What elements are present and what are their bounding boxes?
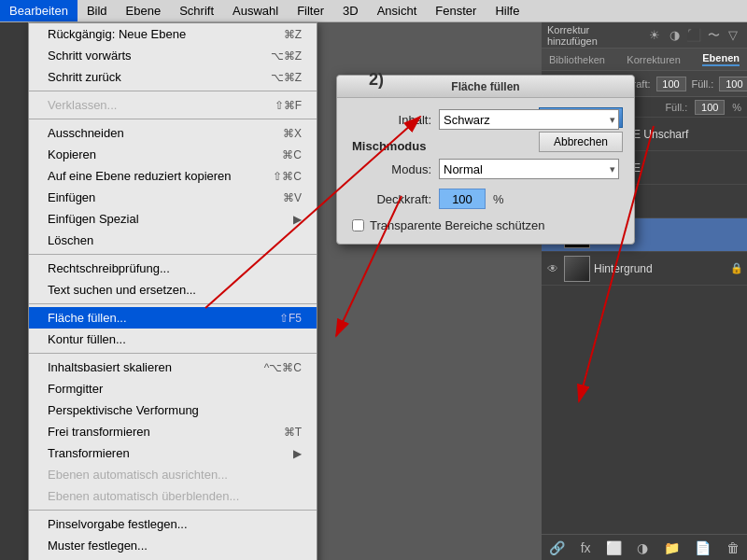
menu-frei-transformieren[interactable]: Frei transformieren ⌘T (29, 421, 317, 442)
checkbox-row: Transparente Bereiche schützen (352, 218, 619, 232)
menu-loeschen[interactable]: Löschen (29, 230, 317, 251)
modus-label: Modus: (352, 162, 431, 176)
new-layer-button[interactable]: 📄 (689, 539, 716, 557)
menu-ebenen-uebblenden: Ebenen automatisch überblenden... (29, 485, 317, 507)
delete-layer-button[interactable]: 🗑 (721, 539, 745, 557)
layer-hintergrund[interactable]: 👁 Hintergrund 🔒 (542, 252, 747, 286)
layers-header: Bibliotheken Korrekturen Ebenen (542, 49, 747, 71)
modus-row: Modus: Normal Auflösen Abdunkeln Multipl… (352, 159, 619, 179)
fill-label: Füll.: (692, 78, 714, 90)
menubar-item-filter[interactable]: Filter (288, 0, 333, 21)
menu-ebene-kopieren[interactable]: Auf eine Ebene reduziert kopieren ⇧⌘C (29, 165, 317, 187)
separator-3 (29, 254, 317, 255)
layer-name-hintergrund: Hintergrund (594, 262, 726, 275)
menubar-item-auswahl[interactable]: Auswahl (223, 0, 288, 21)
add-effect-button[interactable]: fx (575, 539, 597, 557)
fill-input-2[interactable] (695, 100, 725, 115)
menubar-item-schrift[interactable]: Schrift (170, 0, 223, 21)
menu-verklassen: Verklassen... ⇧⌘F (29, 94, 317, 116)
separator-6 (29, 510, 317, 511)
opacity-input[interactable] (656, 77, 686, 91)
menu-eigene-form: Eigene Form festlegen... (29, 556, 317, 560)
korrektur-icons: ☀ ◑ ⬛ 〜 ▽ (646, 27, 741, 44)
new-group-button[interactable]: 📁 (658, 539, 685, 557)
separator-1 (29, 91, 317, 91)
bibliotheken-tab[interactable]: Bibliotheken (549, 54, 611, 65)
dialog-body: OK Abbrechen Inhalt: Schwarz Weiß Farbe.… (337, 98, 634, 244)
korrekturen-tab[interactable]: Korrekturen (627, 54, 685, 65)
menu-ebenen-ausrichten: Ebenen automatisch ausrichten... (29, 464, 317, 485)
menu-perspektivisch[interactable]: Perspektivische Verformung (29, 399, 317, 421)
deckkraft-unit: % (493, 192, 504, 206)
menu-rueckgaengig[interactable]: Rückgängig: Neue Ebene ⌘Z (29, 23, 317, 45)
menu-transformieren[interactable]: Transformieren ▶ (29, 442, 317, 464)
fill-label-2: Füll.: (665, 102, 687, 113)
deckkraft-input[interactable] (439, 189, 486, 209)
lock-icon-hintergrund: 🔒 (730, 262, 743, 274)
abbrechen-button[interactable]: Abbrechen (539, 132, 623, 152)
layers-bottom: 🔗 fx ⬜ ◑ 📁 📄 🗑 (542, 534, 747, 560)
menubar-item-fenster[interactable]: Fenster (426, 0, 486, 21)
inhalt-select[interactable]: Schwarz Weiß Farbe... Hintergrundfarbe V… (439, 109, 619, 130)
curve-icon[interactable]: 〜 (705, 27, 722, 44)
separator-5 (29, 353, 317, 354)
modus-select[interactable]: Normal Auflösen Abdunkeln Multiplizieren (439, 159, 619, 179)
ebenen-tab[interactable]: Ebenen (702, 52, 740, 66)
menu-muster[interactable]: Muster festlegen... (29, 535, 317, 556)
layer-thumb-hintergrund (564, 256, 590, 282)
korrektur-title: Korrektur hinzufügen (547, 24, 642, 47)
menu-kontur-fuellen[interactable]: Kontur füllen... (29, 329, 317, 350)
fill-input[interactable] (719, 77, 747, 91)
menu-formgitter[interactable]: Formgitter (29, 378, 317, 399)
add-link-button[interactable]: 🔗 (543, 539, 571, 557)
contrast-icon[interactable]: ◑ (666, 27, 683, 44)
menubar-item-3d[interactable]: 3D (333, 0, 368, 21)
transparente-checkbox[interactable] (352, 219, 364, 231)
add-mask-button[interactable]: ⬜ (600, 539, 627, 557)
menu-schritt-vorwaerts[interactable]: Schritt vorwärts ⌥⌘Z (29, 45, 317, 66)
inhalt-row: Inhalt: Schwarz Weiß Farbe... Hintergrun… (352, 109, 619, 130)
menubar-item-hilfe[interactable]: Hilfe (486, 0, 529, 21)
separator-4 (29, 303, 317, 304)
deckkraft-label: Deckkraft: (352, 192, 431, 206)
modus-select-wrap: Normal Auflösen Abdunkeln Multiplizieren (439, 159, 619, 179)
eye-icon-hintergrund[interactable]: 👁 (545, 261, 560, 276)
inhalt-label: Inhalt: (352, 113, 431, 127)
menu-kopieren[interactable]: Kopieren ⌘C (29, 144, 317, 165)
inhalt-select-wrap: Schwarz Weiß Farbe... Hintergrundfarbe V… (439, 109, 619, 130)
deckkraft-row: Deckkraft: % (352, 189, 619, 209)
separator-2 (29, 119, 317, 119)
menubar: Bearbeiten Bild Ebene Schrift Auswahl Fi… (0, 0, 747, 22)
mischmodus-title: Mischmodus (352, 139, 426, 153)
menu-schritt-zurueck[interactable]: Schritt zurück ⌥⌘Z (29, 66, 317, 88)
dialog-flaeche-fuellen: Fläche füllen OK Abbrechen Inhalt: Schwa… (336, 75, 635, 245)
menubar-item-bearbeiten[interactable]: Bearbeiten (0, 0, 78, 21)
menu-einfuegen-spezial[interactable]: Einfügen Spezial ▶ (29, 208, 317, 230)
korrektur-bar: Korrektur hinzufügen ☀ ◑ ⬛ 〜 ▽ (542, 22, 747, 49)
checkbox-label: Transparente Bereiche schützen (370, 218, 544, 232)
color-icon[interactable]: ⬛ (685, 27, 702, 44)
menubar-item-ebene[interactable]: Ebene (117, 0, 171, 21)
menu-rechtschreibpruefung[interactable]: Rechtschreibprüfung... (29, 258, 317, 279)
sun-icon[interactable]: ☀ (646, 27, 663, 44)
menu-inhaltsbasiert[interactable]: Inhaltsbasiert skalieren ^⌥⌘C (29, 357, 317, 378)
menubar-item-ansicht[interactable]: Ansicht (368, 0, 427, 21)
menubar-item-bild[interactable]: Bild (78, 0, 117, 21)
dropdown-menu: Rückgängig: Neue Ebene ⌘Z Schritt vorwär… (28, 22, 317, 560)
menu-einfuegen[interactable]: Einfügen ⌘V (29, 187, 317, 208)
add-adjustment-button[interactable]: ◑ (631, 539, 654, 557)
menu-text-suchen[interactable]: Text suchen und ersetzen... (29, 279, 317, 301)
menu-ausschneiden[interactable]: Ausschneiden ⌘X (29, 122, 317, 144)
down-icon[interactable]: ▽ (725, 27, 741, 44)
menu-pinselvorgabe[interactable]: Pinselvorgabe festlegen... (29, 513, 317, 535)
step-label-2: 2) (369, 70, 384, 90)
menu-flaeche-fuellen[interactable]: Fläche füllen... ⇧F5 (29, 307, 317, 329)
